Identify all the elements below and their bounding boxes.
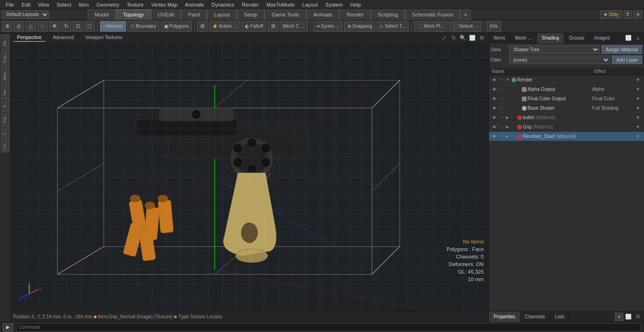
tab-model[interactable]: Model — [88, 9, 116, 20]
add-properties-tab-button[interactable]: + — [615, 313, 623, 321]
selecti-btn[interactable]: ⬛ Selecti ... — [449, 21, 481, 32]
sidebar-tab-c[interactable]: C... — [1, 126, 9, 138]
grip-more-icon[interactable]: ▼ — [636, 124, 642, 130]
menu-help[interactable]: Help — [347, 1, 365, 8]
menu-system[interactable]: System — [322, 1, 347, 8]
panel-menu-icon[interactable]: ≡ — [634, 34, 642, 42]
base-visibility-icon[interactable]: 👁 — [491, 105, 497, 112]
menu-render[interactable]: Render — [238, 1, 263, 8]
star-only-button[interactable]: ★ Only — [600, 10, 622, 19]
viewport-canvas[interactable]: No Items Polygons : Face Channels: 0 Def… — [10, 43, 488, 311]
mesh-icon[interactable]: ⊞ — [268, 21, 278, 32]
alpha-lock-icon[interactable]: □ — [498, 86, 505, 93]
final-visibility-icon[interactable]: 👁 — [491, 96, 497, 102]
bullet-visibility-icon[interactable]: 👁 — [491, 114, 497, 121]
sidebar-tab-de[interactable]: De... — [1, 35, 9, 49]
tab-render[interactable]: Render — [339, 9, 371, 20]
tab-uvedit[interactable]: UVEdit — [151, 9, 181, 20]
symm-btn[interactable]: ⇔ Symm ... — [313, 21, 343, 32]
falloff-btn[interactable]: ◐ Falloff — [242, 21, 266, 32]
tab-animate[interactable]: Animate — [306, 9, 339, 20]
command-input[interactable] — [16, 323, 641, 332]
mesh-c-btn[interactable]: Mesh C ... — [280, 21, 308, 32]
render-arrow-icon[interactable]: ▼ — [506, 78, 511, 82]
tree-item-revolver-steel[interactable]: 👁 □ ▶ Revolver_Steel (Material) ▼ — [489, 132, 644, 141]
properties-menu-icon[interactable]: ⚙ — [634, 313, 642, 321]
tab-scripting[interactable]: Scripting — [371, 9, 405, 20]
revolver-arrow-icon[interactable]: ▶ — [506, 134, 511, 138]
tree-item-bullet[interactable]: 👁 □ ▶ bullet (Material) ▼ — [489, 113, 644, 122]
menu-edit[interactable]: Edit — [18, 1, 34, 8]
work-pl-btn[interactable]: ⬛ Work Pl... — [414, 21, 447, 32]
toggle-icon[interactable]: ⊞ — [197, 21, 207, 32]
menu-geometry[interactable]: Geometry — [92, 1, 123, 8]
bullet-more-icon[interactable]: ▼ — [636, 115, 642, 120]
panel-tab-groups[interactable]: Groups — [564, 33, 590, 43]
tree-item-final-color[interactable]: 👁 □ Final Color Output Final Color ▼ — [489, 94, 644, 104]
panel-tab-items[interactable]: Items — [489, 33, 510, 43]
sidebar-tab-mes[interactable]: Mes... — [1, 66, 9, 83]
sidebar-tab-e[interactable]: E... — [1, 99, 9, 110]
layout-dots-button[interactable]: ⠿ — [624, 10, 632, 19]
alpha-more-icon[interactable]: ▼ — [636, 87, 642, 92]
tab-setup[interactable]: Setup — [237, 9, 264, 20]
vp-tab-textures[interactable]: Viewport Textures — [82, 34, 126, 42]
vp-fit-icon[interactable]: ⬜ — [469, 34, 476, 42]
render-lock-icon[interactable]: □ — [498, 77, 505, 83]
panel-tab-shading[interactable]: Shading — [537, 33, 564, 43]
layout-dropdown[interactable]: Default Layouts — [2, 10, 49, 19]
tool-crosshair-icon[interactable]: ⊕ — [2, 21, 12, 32]
vertices-btn[interactable]: • Vertices — [100, 21, 126, 32]
vp-settings-icon[interactable]: ⚙ — [478, 34, 486, 42]
tool-hex-icon[interactable]: ⬡ — [84, 21, 95, 32]
menu-item[interactable]: Item — [75, 1, 92, 8]
render-visibility-icon[interactable]: 👁 — [491, 77, 497, 83]
add-tab-button[interactable]: + — [460, 9, 471, 20]
final-lock-icon[interactable]: □ — [498, 96, 505, 102]
sidebar-tab-ver[interactable]: Ver... — [1, 84, 9, 98]
tool-move-icon[interactable]: ✥ — [49, 21, 59, 32]
tree-item-base-shader[interactable]: 👁 □ Base Shader Full Shading ▼ — [489, 104, 644, 113]
alpha-visibility-icon[interactable]: 👁 — [491, 86, 497, 93]
command-arrow-button[interactable]: ▶ — [3, 323, 13, 332]
panel-tab-images[interactable]: Images — [590, 33, 615, 43]
close-layout-button[interactable]: ✕ — [634, 10, 642, 19]
sidebar-tab-uv[interactable]: UV... — [1, 138, 9, 152]
vp-zoom-icon[interactable]: 🔍 — [459, 34, 467, 42]
boundary-btn[interactable]: ⬡ Boundary — [127, 21, 159, 32]
menu-view[interactable]: View — [34, 1, 53, 8]
tab-channels[interactable]: Channels — [520, 312, 550, 322]
kits-btn[interactable]: Kits — [487, 21, 501, 32]
tab-properties[interactable]: Properties — [489, 312, 520, 322]
assign-material-button[interactable]: Assign Material — [602, 45, 642, 54]
tab-game-tools[interactable]: Game Tools — [264, 9, 306, 20]
tool-rotate-icon[interactable]: ↻ — [61, 21, 71, 32]
expand-properties-icon[interactable]: ⬜ — [624, 313, 633, 321]
revolver-lock-icon[interactable]: □ — [498, 133, 505, 140]
tab-layout[interactable]: Layout — [207, 9, 237, 20]
menu-animate[interactable]: Animate — [181, 1, 207, 8]
panel-tab-mesh[interactable]: Mesh ... — [510, 33, 537, 43]
menu-select[interactable]: Select — [53, 1, 75, 8]
grip-lock-icon[interactable]: □ — [498, 124, 505, 130]
tool-triangle-icon[interactable]: △ — [25, 21, 36, 32]
vp-tab-perspective[interactable]: Perspective — [13, 34, 45, 42]
tool-scale-icon[interactable]: ⊡ — [73, 21, 83, 32]
base-more-icon[interactable]: ▼ — [636, 105, 642, 111]
select-t-btn[interactable]: ▷ Select T... — [377, 21, 409, 32]
snapping-btn[interactable]: ⊕ Snapping — [344, 21, 375, 32]
menu-texture[interactable]: Texture — [123, 1, 148, 8]
bullet-lock-icon[interactable]: □ — [498, 114, 505, 121]
tree-item-grip[interactable]: 👁 □ ▶ Grip (Material) ▼ — [489, 122, 644, 132]
tree-item-alpha[interactable]: 👁 □ Alpha Output Alpha ▼ — [489, 85, 644, 94]
vp-move-icon[interactable]: ⤢ — [440, 34, 448, 42]
sidebar-tab-pol[interactable]: Pol... — [1, 111, 9, 126]
menu-dynamics[interactable]: Dynamics — [208, 1, 238, 8]
tool-square-icon[interactable]: □ — [37, 21, 48, 32]
tree-item-render[interactable]: 👁 □ ▼ Render ▼ — [489, 75, 644, 85]
menu-maxtomodo[interactable]: MaxToModo — [263, 1, 298, 8]
polygons-btn[interactable]: ▣ Polygons — [161, 21, 192, 32]
panel-expand-icon[interactable]: ⬜ — [624, 34, 633, 42]
vp-tab-advanced[interactable]: Advanced — [49, 34, 77, 42]
tool-circle-icon[interactable]: ◎ — [14, 21, 24, 32]
